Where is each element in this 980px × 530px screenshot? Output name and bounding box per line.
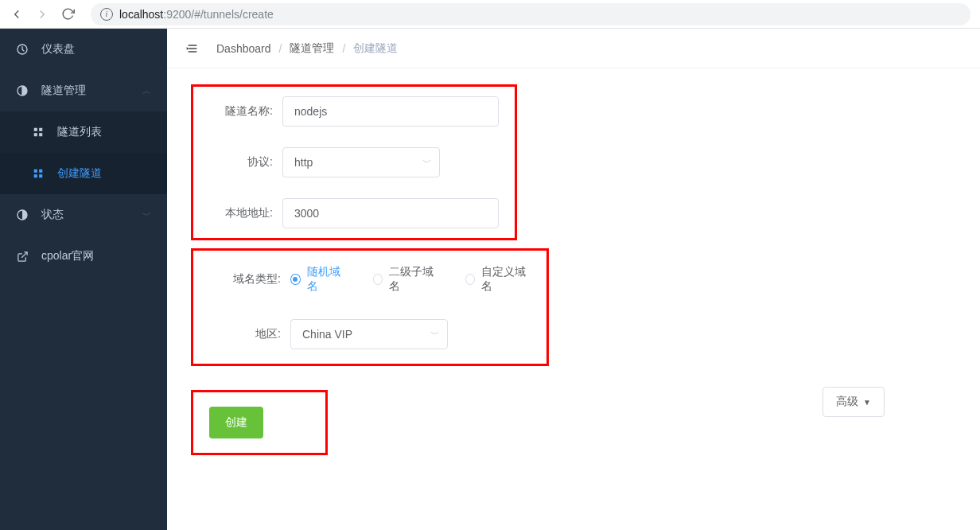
svg-rect-8 bbox=[39, 174, 42, 177]
chevron-down-icon: ﹀ bbox=[142, 209, 151, 221]
sidebar-item-label: 创建隧道 bbox=[57, 166, 102, 181]
breadcrumb-item[interactable]: Dashboard bbox=[216, 42, 271, 55]
adjust-icon bbox=[16, 208, 29, 221]
tunnel-name-label: 隧道名称: bbox=[209, 104, 273, 119]
radio-label: 二级子域名 bbox=[389, 265, 438, 294]
sidebar-item-label: 仪表盘 bbox=[41, 42, 75, 57]
domain-type-radio-group: 随机域名 二级子域名 自定义域名 bbox=[290, 265, 531, 294]
svg-rect-5 bbox=[34, 170, 37, 173]
svg-line-10 bbox=[21, 251, 27, 257]
breadcrumb-separator: / bbox=[342, 42, 345, 55]
svg-rect-4 bbox=[39, 133, 42, 136]
form-content: 隧道名称: 协议: ﹀ 本地地址: 域名类型: bbox=[167, 68, 980, 530]
radio-icon bbox=[373, 274, 383, 285]
sidebar-item-label: cpolar官网 bbox=[41, 249, 94, 263]
svg-rect-1 bbox=[34, 128, 37, 131]
domain-type-label: 域名类型: bbox=[209, 272, 281, 286]
main-content: Dashboard / 隧道管理 / 创建隧道 隧道名称: 协议: ﹀ bbox=[167, 29, 980, 530]
advanced-label: 高级 bbox=[836, 395, 858, 409]
back-button[interactable] bbox=[10, 7, 24, 21]
sidebar-item-status[interactable]: 状态 ﹀ bbox=[0, 194, 167, 236]
radio-label: 随机域名 bbox=[307, 265, 346, 294]
sidebar-item-label: 隧道列表 bbox=[57, 125, 102, 139]
radio-random-domain[interactable]: 随机域名 bbox=[290, 265, 346, 294]
sidebar-submenu-tunnels: 隧道列表 创建隧道 bbox=[0, 111, 167, 194]
info-icon: i bbox=[100, 8, 113, 21]
svg-rect-2 bbox=[39, 128, 42, 131]
create-button[interactable]: 创建 bbox=[209, 407, 263, 438]
region-select[interactable] bbox=[290, 319, 448, 349]
reload-button[interactable] bbox=[60, 7, 75, 21]
grid-icon bbox=[32, 167, 45, 180]
protocol-select[interactable] bbox=[282, 147, 440, 177]
adjust-icon bbox=[16, 84, 29, 97]
browser-bar: i localhost:9200/#/tunnels/create bbox=[0, 0, 980, 29]
sidebar-item-dashboard[interactable]: 仪表盘 bbox=[0, 29, 167, 70]
sidebar: 仪表盘 隧道管理 ︿ 隧道列表 创建隧道 bbox=[0, 29, 167, 530]
region-label: 地区: bbox=[209, 327, 281, 341]
sidebar-item-label: 隧道管理 bbox=[41, 84, 86, 98]
chevron-up-icon: ︿ bbox=[142, 85, 151, 97]
svg-rect-3 bbox=[34, 133, 37, 136]
svg-rect-7 bbox=[34, 174, 37, 177]
form-section-submit: 创建 bbox=[191, 390, 328, 455]
menu-toggle-button[interactable] bbox=[185, 41, 200, 57]
sidebar-item-tunnel-create[interactable]: 创建隧道 bbox=[0, 153, 167, 194]
svg-rect-6 bbox=[39, 170, 42, 173]
radio-subdomain[interactable]: 二级子域名 bbox=[373, 265, 438, 294]
radio-icon bbox=[290, 274, 301, 285]
sidebar-item-tunnel-list[interactable]: 隧道列表 bbox=[0, 111, 167, 153]
triangle-down-icon: ▼ bbox=[863, 398, 871, 407]
external-link-icon bbox=[16, 250, 29, 263]
forward-button[interactable] bbox=[35, 7, 49, 21]
sidebar-item-tunnels[interactable]: 隧道管理 ︿ bbox=[0, 70, 167, 111]
sidebar-item-cpolar-site[interactable]: cpolar官网 bbox=[0, 236, 167, 277]
radio-label: 自定义域名 bbox=[481, 265, 531, 294]
radio-icon bbox=[465, 274, 476, 285]
sidebar-item-label: 状态 bbox=[41, 208, 64, 222]
advanced-button[interactable]: 高级 ▼ bbox=[822, 387, 885, 417]
breadcrumb-item-current: 创建隧道 bbox=[353, 41, 398, 56]
form-section-domain: 域名类型: 随机域名 二级子域名 自定义域名 bbox=[191, 248, 549, 366]
breadcrumb-item[interactable]: 隧道管理 bbox=[290, 41, 334, 56]
local-addr-input[interactable] bbox=[282, 198, 499, 228]
breadcrumb-separator: / bbox=[279, 42, 282, 55]
grid-icon bbox=[32, 126, 45, 138]
topbar: Dashboard / 隧道管理 / 创建隧道 bbox=[167, 29, 980, 68]
protocol-label: 协议: bbox=[209, 155, 273, 170]
radio-custom-domain[interactable]: 自定义域名 bbox=[465, 265, 531, 294]
form-section-basic: 隧道名称: 协议: ﹀ 本地地址: bbox=[191, 84, 517, 240]
local-addr-label: 本地地址: bbox=[209, 206, 273, 220]
url-text: localhost:9200/#/tunnels/create bbox=[119, 8, 274, 21]
tunnel-name-input[interactable] bbox=[282, 96, 499, 127]
breadcrumb: Dashboard / 隧道管理 / 创建隧道 bbox=[216, 41, 398, 56]
url-bar[interactable]: i localhost:9200/#/tunnels/create bbox=[91, 3, 970, 25]
dashboard-icon bbox=[16, 43, 29, 56]
